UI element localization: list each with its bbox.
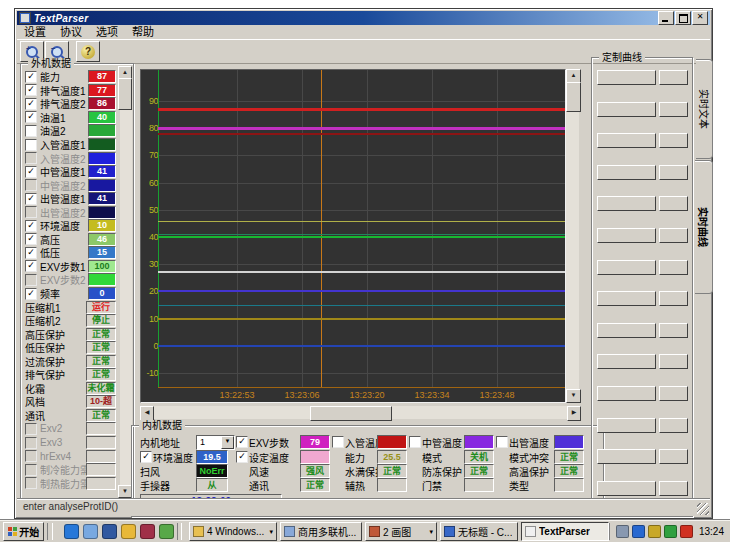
checkbox[interactable] (25, 464, 37, 476)
checkbox[interactable] (332, 436, 344, 448)
checkbox[interactable]: ✓ (140, 451, 152, 463)
checkbox[interactable]: ✓ (25, 288, 37, 300)
checkbox[interactable] (25, 450, 37, 462)
taskbar-button[interactable]: 4 Windows...▾ (189, 522, 277, 541)
custom-curve-value-slot[interactable] (659, 228, 688, 243)
close-button[interactable]: ✕ (692, 11, 708, 25)
custom-curve-value-slot[interactable] (659, 354, 688, 369)
chart-plot[interactable]: 9080706050403020100-1013:22:5313:23:0613… (140, 69, 566, 403)
custom-curve-value-slot[interactable] (659, 196, 688, 211)
custom-curve-slot[interactable] (597, 102, 656, 117)
internet-explorer-icon[interactable] (64, 524, 79, 539)
menu-item[interactable]: 帮助 (125, 26, 161, 39)
custom-curve-value-slot[interactable] (659, 260, 688, 275)
show-desktop-icon[interactable] (102, 524, 117, 539)
printer-icon[interactable] (616, 525, 629, 538)
custom-curve-slot[interactable] (597, 70, 656, 85)
checkbox[interactable]: ✓ (25, 84, 37, 96)
custom-curve-slot[interactable] (597, 386, 656, 401)
checkbox[interactable] (25, 437, 37, 449)
custom-curve-slot[interactable] (597, 133, 656, 148)
menu-item[interactable]: 选项 (89, 26, 125, 39)
custom-curve-slot[interactable] (597, 323, 656, 338)
custom-curve-slot[interactable] (597, 228, 656, 243)
taskbar-button[interactable]: 无标题 - C... (440, 522, 518, 541)
checkbox[interactable]: ✓ (25, 166, 37, 178)
custom-curve-value-slot[interactable] (659, 165, 688, 180)
custom-curve-value-slot[interactable] (659, 418, 688, 433)
chart-hscroll-thumb[interactable] (310, 406, 392, 421)
taskbar-button[interactable]: 商用多联机... (280, 522, 362, 541)
custom-curve-slot[interactable] (597, 196, 656, 211)
taskbar-button[interactable]: 2 画图▾ (365, 522, 437, 541)
checkbox[interactable] (25, 423, 37, 435)
folder-icon[interactable] (159, 524, 174, 539)
sidebar-item: 压缩机1运行 (21, 300, 119, 314)
sidebar-scroll-thumb[interactable] (118, 78, 132, 110)
chart-vscroll-thumb[interactable] (566, 82, 581, 112)
security-icon[interactable] (140, 524, 155, 539)
scroll-down-icon[interactable]: ▼ (118, 485, 132, 498)
menu-item[interactable]: 设置 (17, 26, 53, 39)
chart-scroll-right-icon[interactable]: ▶ (567, 406, 581, 421)
custom-curve-value-slot[interactable] (659, 449, 688, 464)
checkbox[interactable]: ✓ (25, 247, 37, 259)
checkbox[interactable] (496, 436, 508, 448)
custom-curve-slot[interactable] (597, 260, 656, 275)
custom-curve-value-slot[interactable] (659, 70, 688, 85)
checkbox[interactable]: ✓ (25, 111, 37, 123)
help-button[interactable]: ? (76, 41, 100, 62)
custom-curve-slot[interactable] (597, 291, 656, 306)
custom-curve-slot[interactable] (597, 449, 656, 464)
custom-curve-slot[interactable] (597, 354, 656, 369)
custom-curve-slot[interactable] (597, 418, 656, 433)
chevron-down-icon[interactable]: ▼ (221, 436, 234, 449)
checkbox[interactable]: ✓ (25, 233, 37, 245)
chart-scroll-down-icon[interactable]: ▼ (566, 389, 581, 403)
checkbox[interactable] (25, 274, 37, 286)
custom-curve-value-slot[interactable] (659, 386, 688, 401)
custom-curve-value-slot[interactable] (659, 291, 688, 306)
checkbox[interactable]: ✓ (25, 260, 37, 272)
resize-grip[interactable] (697, 503, 709, 515)
messenger-icon[interactable] (632, 525, 645, 538)
download-icon[interactable] (680, 525, 693, 538)
checkbox[interactable] (25, 125, 37, 137)
custom-curve-value-slot[interactable] (659, 481, 688, 496)
minimize-button[interactable] (658, 11, 674, 25)
tab-realtime-text[interactable]: 实时文本 (696, 59, 713, 159)
update-icon[interactable] (648, 525, 661, 538)
outlook-icon[interactable] (83, 524, 98, 539)
checkbox[interactable] (409, 436, 421, 448)
custom-curve-slot[interactable] (597, 481, 656, 496)
taskbar-button[interactable]: TextParser (521, 522, 609, 541)
checkbox[interactable]: ✓ (25, 220, 37, 232)
checkbox[interactable]: ✓ (25, 71, 37, 83)
status-field: 10-超 (86, 395, 116, 408)
time-cursor[interactable] (321, 70, 322, 387)
title-bar[interactable]: TextParser ✕ (17, 11, 710, 25)
custom-curve-value-slot[interactable] (659, 102, 688, 117)
checkbox[interactable] (25, 139, 37, 151)
checkbox[interactable] (25, 477, 37, 489)
antivirus-icon[interactable] (664, 525, 677, 538)
tab-realtime-curve[interactable]: 实时曲线 (695, 160, 713, 294)
custom-curve-value-slot[interactable] (659, 323, 688, 338)
chart-vscrollbar[interactable] (566, 69, 579, 401)
checkbox[interactable]: ✓ (25, 193, 37, 205)
checkbox[interactable]: ✓ (25, 98, 37, 110)
checkbox[interactable] (25, 152, 37, 164)
checkbox[interactable]: ✓ (236, 436, 248, 448)
custom-curve-value-slot[interactable] (659, 133, 688, 148)
indoor-address-select[interactable]: 1▼ (196, 435, 235, 450)
checkbox[interactable] (25, 179, 37, 191)
start-button[interactable]: 开始 (3, 522, 44, 541)
chart-scroll-left-icon[interactable]: ◀ (140, 406, 154, 421)
checkbox[interactable]: ✓ (236, 451, 248, 463)
notes-icon[interactable] (121, 524, 136, 539)
menu-item[interactable]: 协议 (53, 26, 89, 39)
maximize-button[interactable] (675, 11, 691, 25)
chart-scroll-up-icon[interactable]: ▲ (566, 69, 581, 83)
checkbox[interactable] (25, 206, 37, 218)
custom-curve-slot[interactable] (597, 165, 656, 180)
